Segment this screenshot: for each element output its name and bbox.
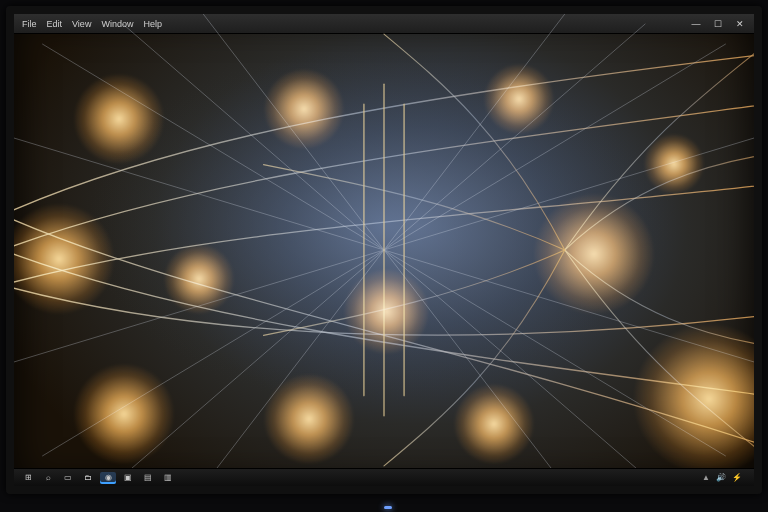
monitor-power-led-icon (384, 506, 392, 509)
wallpaper-artwork (14, 14, 754, 486)
taskbar: ⊞ ⌕ ▭ 🗀 ◉ ▣ ▤ ▥ ▲ 🔊 ⚡ (14, 468, 754, 486)
app2-icon[interactable]: ▤ (140, 472, 156, 484)
display-area: File Edit View Window Help — ☐ ✕ (6, 6, 762, 494)
explorer-icon[interactable]: 🗀 (80, 472, 96, 484)
system-tray: ▲ 🔊 ⚡ (702, 473, 748, 482)
monitor-frame: File Edit View Window Help — ☐ ✕ (0, 0, 768, 512)
browser-icon[interactable]: ◉ (100, 472, 116, 484)
start-icon[interactable]: ⊞ (20, 472, 36, 484)
tray-power-icon[interactable]: ⚡ (732, 473, 742, 482)
tray-overflow-icon[interactable]: ▲ (702, 473, 710, 482)
task-view-icon[interactable]: ▭ (60, 472, 76, 484)
tray-volume-icon[interactable]: 🔊 (716, 473, 726, 482)
search-icon[interactable]: ⌕ (40, 472, 56, 484)
app-icon[interactable]: ▣ (120, 472, 136, 484)
app3-icon[interactable]: ▥ (160, 472, 176, 484)
